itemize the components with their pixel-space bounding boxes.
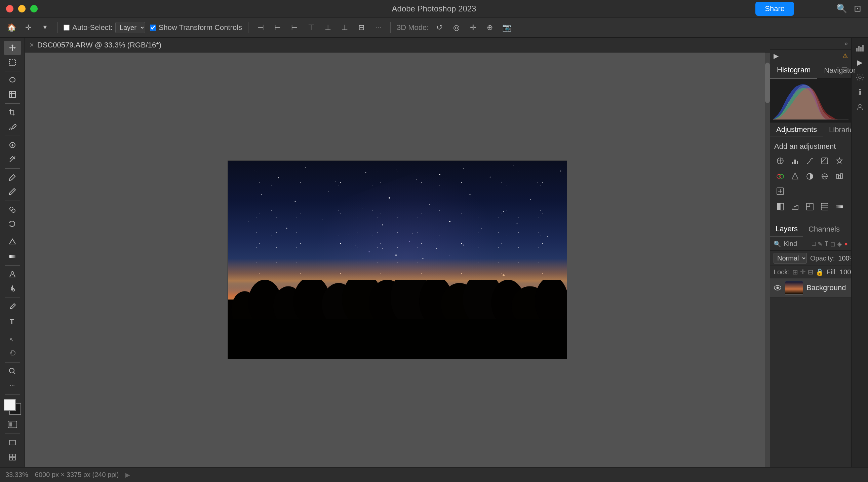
zoom-tool[interactable]: [4, 365, 21, 378]
channel-mixer-icon[interactable]: [833, 170, 845, 182]
tab-close-button[interactable]: ×: [30, 41, 34, 50]
crop-tool[interactable]: [4, 106, 21, 119]
pan-3d-icon[interactable]: ✛: [467, 22, 479, 34]
filter-shape-icon[interactable]: ◻: [830, 240, 835, 248]
tab-adjustments[interactable]: Adjustments: [770, 122, 823, 137]
fr-histogram-icon[interactable]: [853, 41, 867, 55]
move-chevron-icon[interactable]: ▼: [39, 22, 51, 34]
invert-icon[interactable]: [774, 201, 786, 213]
move-icon[interactable]: ✛: [22, 22, 34, 34]
fr-people-icon[interactable]: [853, 100, 867, 114]
adj-icons-row-2: [774, 170, 847, 197]
type-tool[interactable]: T: [4, 314, 21, 328]
photo-filter-icon[interactable]: [818, 170, 831, 182]
pencil-tool[interactable]: [4, 185, 21, 199]
brightness-contrast-icon[interactable]: [774, 155, 786, 167]
tab-channels[interactable]: Channels: [803, 221, 845, 237]
zoom-level[interactable]: 33.33%: [5, 471, 28, 479]
color-balance-icon[interactable]: [789, 170, 801, 182]
levels-icon[interactable]: [789, 155, 801, 167]
panel-icon[interactable]: ⊡: [854, 3, 861, 14]
layer-row-background[interactable]: Background 🔒: [770, 278, 851, 297]
tab-layers[interactable]: Layers: [770, 221, 803, 237]
layer-visibility-icon[interactable]: [774, 283, 782, 292]
move-tool[interactable]: [4, 41, 21, 55]
lock-move-icon[interactable]: ✛: [800, 268, 806, 276]
lock-pixels-icon[interactable]: ⊞: [793, 268, 798, 276]
align-left-icon[interactable]: ⊣: [254, 22, 267, 34]
filter-toggle[interactable]: ●: [844, 240, 848, 248]
smudge-tool[interactable]: [4, 152, 21, 166]
filter-pixel-icon[interactable]: □: [812, 240, 815, 248]
play-icon[interactable]: ▶: [774, 52, 779, 60]
blend-mode-select[interactable]: Normal: [774, 253, 807, 263]
threshold-icon[interactable]: [804, 201, 816, 213]
object-select-tool[interactable]: [4, 88, 21, 102]
canvas-vscrollbar[interactable]: [765, 53, 770, 467]
camera-icon[interactable]: 📷: [501, 22, 513, 34]
lock-artboard-icon[interactable]: ⊟: [808, 268, 813, 276]
eyedropper-tool[interactable]: [4, 120, 21, 134]
brush-tool[interactable]: [4, 170, 21, 184]
share-button[interactable]: Share: [755, 2, 794, 16]
align-right-icon[interactable]: ⊢: [288, 22, 300, 34]
selection-tool[interactable]: [4, 56, 21, 69]
align-top-icon[interactable]: ⊤: [305, 22, 317, 34]
exposure-icon[interactable]: [818, 155, 831, 167]
histogram-panel-menu[interactable]: ☰: [841, 66, 848, 75]
gradient-map-icon[interactable]: [833, 201, 845, 213]
filter-type-icon[interactable]: T: [825, 240, 828, 248]
path-select-tool[interactable]: ↖: [4, 332, 21, 346]
layer-select[interactable]: Layer: [115, 22, 145, 33]
search-icon[interactable]: 🔍: [836, 3, 847, 14]
hue-saturation-icon[interactable]: [774, 170, 786, 182]
svg-rect-82: [795, 160, 796, 164]
burn-tool[interactable]: [4, 282, 21, 295]
home-icon[interactable]: 🏠: [5, 22, 18, 34]
lock-all-icon[interactable]: 🔒: [815, 268, 824, 276]
minimize-button[interactable]: [18, 5, 26, 12]
color-lookup-icon[interactable]: [774, 185, 786, 197]
align-center-h-icon[interactable]: ⊢: [271, 22, 283, 34]
more-icon[interactable]: ···: [372, 22, 384, 34]
scale-3d-icon[interactable]: ⊕: [484, 22, 496, 34]
vibrance-icon[interactable]: [833, 155, 845, 167]
auto-select-checkbox[interactable]: [64, 25, 70, 31]
gradient-tool[interactable]: [4, 249, 21, 263]
quick-mask-icon[interactable]: [4, 418, 21, 431]
status-arrow-icon[interactable]: ▶: [125, 471, 130, 479]
color-swatch[interactable]: [4, 399, 21, 415]
screen-mode-icon[interactable]: [4, 436, 21, 450]
frames-icon[interactable]: [4, 450, 21, 464]
foreground-color[interactable]: [4, 399, 16, 411]
pen-tool[interactable]: [4, 300, 21, 314]
hand-tool[interactable]: [4, 347, 21, 361]
selective-color-icon[interactable]: [818, 201, 831, 213]
lasso-tool[interactable]: [4, 74, 21, 87]
clone-tool[interactable]: [4, 203, 21, 217]
align-bottom-icon[interactable]: ⊥: [339, 22, 351, 34]
align-center-v-icon[interactable]: ⊥: [322, 22, 334, 34]
black-white-icon[interactable]: [804, 170, 816, 182]
rotate-3d-icon[interactable]: ↺: [433, 22, 445, 34]
history-brush[interactable]: [4, 217, 21, 231]
filter-adjustment-icon[interactable]: ✎: [817, 240, 823, 248]
show-transform-checkbox[interactable]: [150, 25, 156, 31]
dodge-tool[interactable]: [4, 267, 21, 281]
close-button[interactable]: [6, 5, 13, 12]
curves-icon[interactable]: [804, 155, 816, 167]
canvas-vscroll-thumb[interactable]: [765, 63, 770, 103]
fr-info-icon[interactable]: ℹ: [853, 85, 867, 99]
posterize-icon[interactable]: [789, 201, 801, 213]
tab-histogram[interactable]: Histogram: [770, 62, 817, 79]
orbit-icon[interactable]: ◎: [450, 22, 462, 34]
distribute-icon[interactable]: ⊟: [355, 22, 367, 34]
filter-smartobj-icon[interactable]: ◈: [837, 240, 842, 248]
tab-navigator[interactable]: Navigator: [817, 62, 862, 79]
eraser-tool[interactable]: [4, 235, 21, 249]
more-tools[interactable]: ···: [4, 379, 21, 393]
maximize-button[interactable]: [30, 5, 38, 12]
panel-collapse-btn[interactable]: »: [770, 38, 851, 50]
canvas-scroll[interactable]: [25, 53, 770, 467]
healing-tool[interactable]: [4, 138, 21, 152]
